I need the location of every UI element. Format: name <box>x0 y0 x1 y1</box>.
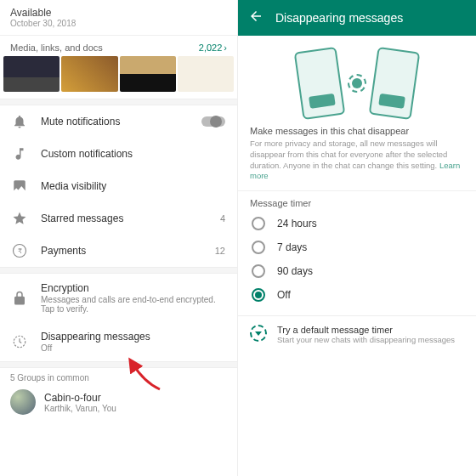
payments-label: Payments <box>41 245 201 257</box>
media-vis-label: Media visibility <box>41 180 225 192</box>
lock-icon <box>12 291 27 306</box>
bell-icon <box>12 114 27 129</box>
timer-option-7d[interactable]: 7 days <box>238 235 476 259</box>
timer-option-24h[interactable]: 24 hours <box>238 212 476 235</box>
media-thumb[interactable] <box>120 56 176 92</box>
group-name: Cabin-o-four <box>44 392 116 404</box>
media-links-docs-row[interactable]: Media, links, and docs 2,022 › <box>0 36 237 56</box>
mute-label: Mute notifications <box>41 116 188 128</box>
phone-illustration <box>294 47 346 120</box>
footer-title: Try a default message timer <box>277 325 455 335</box>
starred-label: Starred messages <box>41 212 207 224</box>
hero-illustration <box>238 36 476 126</box>
media-thumbnails[interactable] <box>0 56 237 99</box>
encryption-sub: Messages and calls are end-to-end encryp… <box>41 295 225 314</box>
media-thumb[interactable] <box>3 56 60 92</box>
mute-notifications-row[interactable]: Mute notifications <box>0 105 237 138</box>
back-button[interactable] <box>248 8 264 27</box>
radio-icon-selected[interactable] <box>252 288 265 302</box>
media-label: Media, links, and docs <box>10 42 103 53</box>
payments-row[interactable]: ₹ Payments 12 <box>0 235 237 267</box>
contact-info-pane: Available October 30, 2018 Media, links,… <box>0 0 238 476</box>
status-date: October 30, 2018 <box>10 19 227 28</box>
disappearing-sub: Off <box>41 343 225 353</box>
image-icon <box>12 178 27 194</box>
timer-icon <box>12 334 27 349</box>
page-title: Disappearing messages <box>275 11 403 25</box>
timer-option-90d[interactable]: 90 days <box>238 259 476 283</box>
status-text: Available <box>10 7 227 19</box>
desc-heading: Make messages in this chat disappear <box>250 126 464 136</box>
media-count: 2,022 › <box>199 42 227 53</box>
default-timer-row[interactable]: Try a default message timer Start your n… <box>238 315 476 353</box>
starred-messages-row[interactable]: Starred messages 4 <box>0 202 237 235</box>
status-block: Available October 30, 2018 <box>0 0 237 36</box>
option-label: 90 days <box>277 265 313 277</box>
media-thumb[interactable] <box>178 56 234 92</box>
svg-text:₹: ₹ <box>18 247 22 255</box>
timer-option-off[interactable]: Off <box>238 283 476 307</box>
disappearing-messages-row[interactable]: Disappearing messages Off <box>0 322 237 361</box>
chevron-right-icon: › <box>224 42 227 53</box>
disappearing-messages-pane: Disappearing messages Make messages in t… <box>238 0 476 476</box>
message-timer-label: Message timer <box>238 190 476 212</box>
star-icon <box>12 211 27 226</box>
option-label: 24 hours <box>277 218 317 230</box>
desc-body: For more privacy and storage, all new me… <box>250 139 464 182</box>
phone-illustration <box>369 47 421 120</box>
footer-sub: Start your new chats with disappearing m… <box>277 335 455 344</box>
music-note-icon <box>12 146 27 162</box>
radio-icon[interactable] <box>252 217 265 230</box>
custom-notifications-row[interactable]: Custom notifications <box>0 138 237 170</box>
group-members: Karthik, Varun, You <box>44 404 116 413</box>
groups-header: 5 Groups in common <box>0 368 237 384</box>
option-label: Off <box>277 289 291 301</box>
radio-icon[interactable] <box>252 241 265 254</box>
radio-icon[interactable] <box>252 264 265 278</box>
option-label: 7 days <box>277 241 307 253</box>
timer-illustration <box>348 74 366 93</box>
encryption-label: Encryption <box>41 282 225 294</box>
description-block: Make messages in this chat disappear For… <box>238 126 476 190</box>
rupee-icon: ₹ <box>12 243 27 258</box>
encryption-row[interactable]: Encryption Messages and calls are end-to… <box>0 274 237 322</box>
media-visibility-row[interactable]: Media visibility <box>0 170 237 202</box>
custom-label: Custom notifications <box>41 148 225 160</box>
mute-toggle[interactable] <box>201 116 225 127</box>
payments-count: 12 <box>215 246 225 256</box>
starred-count: 4 <box>220 213 225 224</box>
group-avatar <box>10 389 36 415</box>
media-thumb[interactable] <box>61 56 117 92</box>
group-row[interactable]: Cabin-o-four Karthik, Varun, You <box>0 384 237 420</box>
header-bar: Disappearing messages <box>238 0 476 36</box>
timer-icon <box>250 325 267 342</box>
disappearing-label: Disappearing messages <box>41 331 225 343</box>
